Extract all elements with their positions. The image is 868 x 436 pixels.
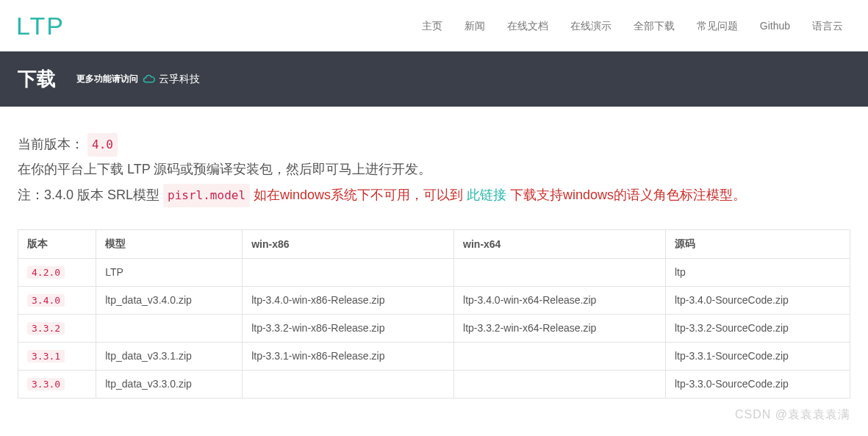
partner-link[interactable]: 云孚科技 xyxy=(143,73,200,86)
cell-model[interactable]: LTP xyxy=(96,258,243,286)
page-title-bar: 下载 更多功能请访问 云孚科技 xyxy=(0,51,868,107)
cell-win-x86 xyxy=(243,258,454,286)
col-source: 源码 xyxy=(665,229,850,258)
cloud-icon xyxy=(143,74,156,85)
cell-version: 3.3.0 xyxy=(18,370,96,398)
nav-download[interactable]: 全部下载 xyxy=(634,20,675,33)
current-version-value: 4.0 xyxy=(87,133,118,157)
downloads-table-wrap: 版本 模型 win-x86 win-x64 源码 4.2.0LTPltp3.4.… xyxy=(0,229,868,428)
current-version-line: 当前版本： 4.0 xyxy=(18,132,850,157)
cell-source[interactable]: ltp-3.4.0-SourceCode.zip xyxy=(665,286,850,314)
site-header: LTP 主页 新闻 在线文档 在线演示 全部下载 常见问题 Github 语言云 xyxy=(0,0,868,51)
cell-win-x64[interactable]: ltp-3.3.2-win-x64-Release.zip xyxy=(454,314,666,342)
table-row: 3.3.2ltp-3.3.2-win-x86-Release.zipltp-3.… xyxy=(18,314,850,342)
table-header-row: 版本 模型 win-x86 win-x64 源码 xyxy=(18,229,850,258)
cell-version: 3.4.0 xyxy=(18,286,96,314)
nav-docs[interactable]: 在线文档 xyxy=(507,20,548,33)
nav-demo[interactable]: 在线演示 xyxy=(570,20,611,33)
current-version-label: 当前版本： xyxy=(18,137,84,151)
version-chip: 3.4.0 xyxy=(27,294,65,307)
cell-version: 3.3.2 xyxy=(18,314,96,342)
page-title: 下载 xyxy=(18,66,56,92)
site-logo[interactable]: LTP xyxy=(16,12,65,40)
cell-source[interactable]: ltp xyxy=(665,258,850,286)
srl-note: 注：3.4.0 版本 SRL模型 pisrl.model 如在windows系统… xyxy=(18,182,850,207)
table-row: 3.3.0ltp_data_v3.3.0.zipltp-3.3.0-Source… xyxy=(18,370,850,398)
more-features-text: 更多功能请访问 云孚科技 xyxy=(76,73,200,86)
cell-version: 3.3.1 xyxy=(18,342,96,370)
cell-source[interactable]: ltp-3.3.1-SourceCode.zip xyxy=(665,342,850,370)
version-chip: 3.3.1 xyxy=(27,350,65,362)
cell-model xyxy=(96,314,243,342)
primary-nav: 主页 新闻 在线文档 在线演示 全部下载 常见问题 Github 语言云 xyxy=(422,20,843,33)
download-instruction: 在你的平台上下载 LTP 源码或预编译安装包，然后即可马上进行开发。 xyxy=(18,157,850,182)
col-version: 版本 xyxy=(18,229,96,258)
cell-win-x86[interactable]: ltp-3.3.1-win-x86-Release.zip xyxy=(243,342,454,370)
cell-model[interactable]: ltp_data_v3.4.0.zip xyxy=(96,286,243,314)
nav-news[interactable]: 新闻 xyxy=(465,20,485,33)
nav-home[interactable]: 主页 xyxy=(422,20,442,33)
table-row: 3.3.1ltp_data_v3.3.1.zipltp-3.3.1-win-x8… xyxy=(18,342,850,370)
table-row: 3.4.0ltp_data_v3.4.0.zipltp-3.4.0-win-x8… xyxy=(18,286,850,314)
cell-win-x64 xyxy=(454,342,666,370)
version-chip: 4.2.0 xyxy=(27,266,65,279)
cell-win-x64 xyxy=(454,370,666,398)
cell-win-x86[interactable]: ltp-3.4.0-win-x86-Release.zip xyxy=(243,286,454,314)
downloads-table: 版本 模型 win-x86 win-x64 源码 4.2.0LTPltp3.4.… xyxy=(18,229,850,399)
content-area: 当前版本： 4.0 在你的平台上下载 LTP 源码或预编译安装包，然后即可马上进… xyxy=(0,107,868,229)
nav-github[interactable]: Github xyxy=(760,20,790,33)
nav-faq[interactable]: 常见问题 xyxy=(697,20,738,33)
srl-download-link[interactable]: 此链接 xyxy=(467,187,506,202)
col-win-x86: win-x86 xyxy=(243,229,454,258)
more-features-label: 更多功能请访问 xyxy=(76,73,138,85)
partner-name: 云孚科技 xyxy=(159,73,200,86)
cell-source[interactable]: ltp-3.3.0-SourceCode.zip xyxy=(665,370,850,398)
cell-version: 4.2.0 xyxy=(18,258,96,286)
cell-win-x64 xyxy=(454,258,666,286)
table-row: 4.2.0LTPltp xyxy=(18,258,850,286)
cell-win-x64[interactable]: ltp-3.4.0-win-x64-Release.zip xyxy=(454,286,666,314)
version-chip: 3.3.2 xyxy=(27,322,65,335)
col-win-x64: win-x64 xyxy=(454,229,666,258)
cell-win-x86[interactable]: ltp-3.3.2-win-x86-Release.zip xyxy=(243,314,454,342)
col-model: 模型 xyxy=(96,229,243,258)
cell-model[interactable]: ltp_data_v3.3.1.zip xyxy=(96,342,243,370)
cell-win-x86 xyxy=(243,370,454,398)
version-chip: 3.3.0 xyxy=(27,378,65,390)
srl-note-prefix: 注：3.4.0 版本 SRL模型 xyxy=(18,187,163,202)
srl-note-suffix: 下载支持windows的语义角色标注模型。 xyxy=(510,187,746,202)
srl-model-name: pisrl.model xyxy=(163,184,250,207)
cell-model[interactable]: ltp_data_v3.3.0.zip xyxy=(96,370,243,398)
nav-langcloud[interactable]: 语言云 xyxy=(812,20,843,33)
srl-note-middle: 如在windows系统下不可用，可以到 xyxy=(254,187,467,202)
cell-source[interactable]: ltp-3.3.2-SourceCode.zip xyxy=(665,314,850,342)
